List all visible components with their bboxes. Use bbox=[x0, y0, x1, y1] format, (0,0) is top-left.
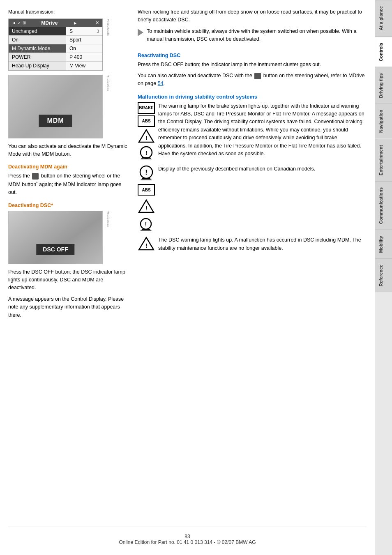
steering-wheel-button-icon bbox=[254, 73, 261, 79]
svg-text:!: ! bbox=[145, 242, 148, 249]
mdrive-right-arrow: ► bbox=[73, 21, 78, 25]
reactivating-text-2: You can also activate and deactivate DSC… bbox=[138, 72, 367, 88]
dsc-triangle-icon: ! bbox=[138, 236, 155, 251]
sidebar-tab-communications[interactable]: Communications bbox=[375, 181, 392, 230]
reactivating-dsc-heading: Reactivating DSC bbox=[138, 53, 367, 58]
malfunction-text-1: The warning lamp for the brake system li… bbox=[158, 102, 367, 158]
intro-text: When rocking free and starting off from … bbox=[138, 8, 367, 24]
svg-text:!: ! bbox=[145, 221, 147, 228]
canadian-triangle-1: ! bbox=[138, 199, 155, 214]
deactivating-mdm-heading: Deactivating MDM again bbox=[8, 164, 129, 170]
mdrive-icon: ⊞ bbox=[23, 21, 26, 25]
mdrive-cell-unchanged: Unchanged bbox=[9, 27, 66, 35]
main-content: Manual transmission: ◄ ✓ ⊞ MDrive ► ✕ Un… bbox=[0, 0, 375, 555]
image-code-2: PRBE0261A bbox=[107, 75, 110, 91]
mdrive-row-1: Unchanged S3 bbox=[9, 27, 102, 36]
mdrive-title: MDrive bbox=[41, 20, 58, 26]
mdrive-cell-mdynamic: M Dynamic Mode bbox=[9, 44, 66, 53]
abs-warning-box: ABS bbox=[138, 115, 155, 127]
dsc-warn-group: ! The DSC warning lamp lights up. A malf… bbox=[138, 236, 367, 256]
sidebar-tab-reference[interactable]: Reference bbox=[375, 258, 392, 292]
mdrive-menu-box: ◄ ✓ ⊞ MDrive ► ✕ Unchanged S3 On Sport bbox=[8, 18, 103, 71]
footer-text: Online Edition for Part no. 01 41 0 013 … bbox=[8, 539, 367, 545]
sidebar-tab-at-a-glance[interactable]: At a glance bbox=[375, 0, 392, 37]
mdrive-nav-arrows: ◄ ✓ ⊞ bbox=[12, 21, 26, 25]
page-number: 83 bbox=[8, 534, 367, 539]
warning-group: BRAKE ABS ! ! bbox=[138, 102, 367, 161]
dsc-caption-1: Press the DSC OFF button; the DSC indica… bbox=[8, 268, 129, 292]
manual-transmission-label: Manual transmission: bbox=[8, 8, 129, 16]
sidebar-tab-controls[interactable]: Controls bbox=[375, 37, 392, 67]
mdm-label: MDM bbox=[39, 115, 72, 127]
mdrive-cell-on: On bbox=[9, 36, 66, 44]
right-column: When rocking free and starting off from … bbox=[138, 8, 367, 518]
sidebar-tab-navigation[interactable]: Navigation bbox=[375, 104, 392, 138]
sidebar-tab-mobility[interactable]: Mobility bbox=[375, 230, 392, 259]
canadian-circle-icon: ! bbox=[138, 217, 155, 232]
triangle-right-icon bbox=[138, 29, 143, 36]
canadian-warning-icons: ABS ! ! bbox=[138, 184, 155, 232]
gear-stick-image bbox=[9, 211, 102, 264]
mdrive-cell-p400: P 400 bbox=[66, 53, 102, 61]
reactivating-text-1: Press the DSC OFF button; the indicator … bbox=[138, 61, 367, 69]
canadian-abs-box: ABS bbox=[138, 184, 155, 196]
sidebar-tab-driving-tips[interactable]: Driving tips bbox=[375, 67, 392, 104]
canadian-icons-stack: ABS ! ! bbox=[138, 184, 367, 232]
left-column: Manual transmission: ◄ ✓ ⊞ MDrive ► ✕ Un… bbox=[8, 8, 129, 518]
mdm-caption: You can also activate and deactivate the… bbox=[8, 143, 129, 159]
mdrive-cell-sport: Sport bbox=[66, 36, 102, 44]
svg-text:!: ! bbox=[145, 149, 148, 156]
image-code-3: PRBE0269A bbox=[107, 211, 110, 227]
mdrive-title-bar: ◄ ✓ ⊞ MDrive ► ✕ bbox=[9, 19, 102, 27]
sidebar: At a glance Controls Driving tips Naviga… bbox=[375, 0, 392, 555]
svg-text:!: ! bbox=[145, 135, 148, 141]
checkmark-icon: ✓ bbox=[18, 21, 21, 25]
mdrive-cell-mview: M View bbox=[66, 62, 102, 70]
dsc-image: DSC OFF PRBE0269A bbox=[8, 211, 103, 264]
mdm-button-icon bbox=[32, 173, 39, 180]
exclamation-warning-circle: ! bbox=[138, 145, 155, 160]
car-interior-image bbox=[9, 75, 102, 138]
malfunction-heading: Malfunction in driving stability control… bbox=[138, 94, 367, 100]
svg-text:!: ! bbox=[145, 205, 148, 212]
canadian-group: ! Display of the previously described ma… bbox=[138, 165, 367, 180]
canadian-text: Display of the previously described malf… bbox=[158, 165, 315, 173]
left-arrow-icon: ◄ bbox=[12, 21, 16, 25]
note-box: To maintain vehicle stability, always dr… bbox=[138, 28, 367, 47]
mdrive-cell-hud: Head-Up Display bbox=[9, 62, 66, 70]
mdrive-row-5: Head-Up Display M View bbox=[9, 62, 102, 70]
page-footer: 83 Online Edition for Part no. 01 41 0 0… bbox=[8, 527, 367, 547]
dsc-caption-2: A message appears on the Control Display… bbox=[8, 295, 129, 319]
dsc-label: DSC OFF bbox=[36, 244, 74, 255]
mdrive-row-2: On Sport bbox=[9, 36, 102, 44]
image-code-1: SE3500309A bbox=[107, 19, 110, 36]
mdrive-row-3: M Dynamic Mode On bbox=[9, 44, 102, 53]
mdrive-row-4: POWER P 400 bbox=[9, 53, 102, 62]
canadian-exclamation-icon: ! bbox=[138, 165, 155, 180]
two-column-layout: Manual transmission: ◄ ✓ ⊞ MDrive ► ✕ Un… bbox=[8, 8, 367, 518]
note-text: To maintain vehicle stability, always dr… bbox=[147, 28, 367, 44]
brake-warning-box: BRAKE bbox=[138, 102, 155, 114]
svg-text:!: ! bbox=[145, 169, 147, 176]
deactivating-dsc-heading: Deactivating DSC* bbox=[8, 203, 129, 208]
dsc-warn-text: The DSC warning lamp lights up. A malfun… bbox=[158, 236, 367, 252]
sidebar-tab-entertainment[interactable]: Entertainment bbox=[375, 139, 392, 181]
mdm-image: MDM PRBE0261A bbox=[8, 75, 103, 138]
close-icon[interactable]: ✕ bbox=[95, 20, 99, 25]
warning-icons: BRAKE ABS ! ! bbox=[138, 102, 155, 160]
mdrive-cell-power: POWER bbox=[9, 53, 66, 61]
triangle-warning-1: ! bbox=[138, 129, 155, 143]
mdrive-cell-on2: On bbox=[66, 44, 102, 53]
mdrive-cell-s: S3 bbox=[66, 27, 102, 35]
mdrive-page-link[interactable]: 54 bbox=[158, 81, 164, 86]
deactivating-mdm-text: Press the button on the steering wheel o… bbox=[8, 172, 129, 196]
